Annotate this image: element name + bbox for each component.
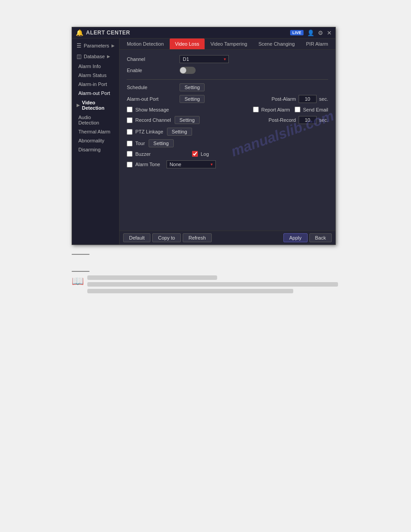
refresh-button[interactable]: Refresh (183, 233, 212, 242)
sidebar-item-video-detection[interactable]: ▶ Video Detection (72, 98, 119, 113)
sidebar-label-video-detection: Video Detection (82, 100, 115, 111)
tour-button[interactable]: Setting (149, 139, 174, 147)
note-section: 📖 (72, 275, 336, 296)
sidebar-item-database[interactable]: ◫ Database ▶ (72, 51, 119, 62)
sidebar-label-alarm-out-port: Alarm-out Port (78, 90, 110, 96)
sidebar-label-disarming: Disarming (78, 147, 101, 152)
alarm-tone-checkbox[interactable] (127, 162, 133, 167)
below-content: 📖 (72, 245, 336, 296)
ptz-linkage-row: PTZ Linkage Setting (127, 128, 328, 136)
tour-row: Tour Setting (127, 139, 328, 147)
show-message-label: Show Message (135, 107, 169, 112)
sidebar-item-disarming[interactable]: Disarming (72, 145, 119, 154)
sidebar: ☰ Parameters ▶ ◫ Database ▶ Alarm Info (72, 39, 120, 245)
log-checkbox[interactable] (192, 151, 198, 157)
tab-scene-changing[interactable]: Scene Changing (253, 39, 300, 49)
content-area: Channel D1 Enable (120, 50, 335, 231)
sidebar-item-parameters[interactable]: ☰ Parameters ▶ (72, 40, 119, 51)
record-channel-group: Record Channel (127, 117, 171, 123)
post-record-input[interactable] (299, 116, 317, 124)
copy-to-button[interactable]: Copy to (152, 233, 181, 242)
post-alarm-unit: sec. (319, 96, 328, 102)
content-spacer (127, 172, 328, 225)
post-record-unit: sec. (319, 117, 328, 123)
bell-icon: 🔔 (76, 29, 83, 36)
enable-row: Enable (127, 67, 328, 74)
title-bar-left: 🔔 ALERT CENTER (76, 29, 130, 36)
settings-icon[interactable]: ⚙ (318, 30, 323, 36)
post-alarm-input[interactable] (299, 95, 317, 103)
record-channel-checkbox[interactable] (127, 117, 133, 123)
tab-motion-detection[interactable]: Motion Detection (121, 39, 169, 49)
record-channel-right: Post-Record sec. (269, 116, 328, 124)
alarm-out-port-label: Alarm-out Port (127, 96, 176, 102)
live-badge: LIVE (290, 30, 304, 35)
report-alarm-checkbox[interactable] (253, 107, 259, 112)
sidebar-label-alarm-info: Alarm Info (78, 64, 101, 69)
record-channel-left: Record Channel Setting (127, 116, 264, 124)
tab-bar: Motion Detection Video Loss Video Tamper… (120, 39, 335, 50)
tab-video-loss[interactable]: Video Loss (170, 39, 205, 49)
show-message-group: Show Message (127, 107, 169, 112)
show-message-checkbox[interactable] (127, 107, 133, 112)
buzzer-group: Buzzer (127, 151, 185, 157)
back-button[interactable]: Back (309, 233, 332, 242)
channel-select-wrapper: D1 (180, 55, 229, 63)
send-email-checkbox[interactable] (295, 107, 300, 112)
database-icon: ◫ (77, 53, 81, 60)
sidebar-label-thermal-alarm: Thermal Alarm (78, 129, 111, 134)
tour-checkbox[interactable] (127, 141, 133, 146)
ptz-linkage-button[interactable]: Setting (167, 128, 192, 136)
alarm-tone-select-wrapper: None Tone1 Tone2 (167, 160, 216, 168)
alarm-tone-select[interactable]: None Tone1 Tone2 (167, 160, 216, 168)
footer-left: Default Copy to Refresh (123, 233, 211, 242)
footer: Default Copy to Refresh Apply Back (120, 231, 335, 245)
schedule-setting-button[interactable]: Setting (180, 83, 205, 91)
sidebar-item-thermal-alarm[interactable]: Thermal Alarm (72, 127, 119, 136)
arrow-icon-parameters: ▶ (111, 43, 115, 48)
post-alarm-label: Post-Alarm (271, 96, 295, 102)
report-alarm-group: Report Alarm (253, 107, 290, 112)
alarm-tone-row: Alarm Tone None Tone1 Tone2 (127, 160, 328, 168)
buzzer-label: Buzzer (135, 151, 150, 157)
sidebar-item-alarm-in-port[interactable]: Alarm-in Port (72, 80, 119, 89)
tour-label: Tour (135, 141, 145, 146)
default-button[interactable]: Default (123, 233, 150, 242)
sidebar-item-alarm-status[interactable]: Alarm Status (72, 71, 119, 80)
app-body: ☰ Parameters ▶ ◫ Database ▶ Alarm Info (72, 39, 335, 245)
parameters-icon: ☰ (77, 43, 81, 49)
arrow-icon-database: ▶ (107, 54, 110, 59)
sidebar-item-alarm-out-port[interactable]: Alarm-out Port (72, 89, 119, 98)
tab-video-tampering[interactable]: Video Tampering (205, 39, 253, 49)
sidebar-item-audio-detection[interactable]: Audio Detection (72, 113, 119, 127)
schedule-row: Schedule Setting (127, 83, 328, 91)
buzzer-checkbox[interactable] (127, 151, 133, 157)
sidebar-label-audio-detection: Audio Detection (78, 115, 99, 125)
channel-label: Channel (127, 56, 176, 62)
user-icon[interactable]: 👤 (307, 30, 314, 36)
record-channel-label: Record Channel (135, 117, 171, 123)
report-alarm-col: Report Alarm (253, 107, 290, 112)
channel-select[interactable]: D1 (180, 55, 229, 63)
sidebar-label-abnormality: Abnormality (78, 138, 104, 143)
message-alarm-email-row: Show Message Report Alarm (127, 107, 328, 112)
channel-row: Channel D1 (127, 55, 328, 63)
expand-icon-video: ▶ (77, 103, 80, 107)
alarm-out-port-button[interactable]: Setting (180, 95, 205, 103)
log-label: Log (201, 151, 209, 157)
divider-1 (127, 79, 328, 80)
tab-pir-alarm[interactable]: PIR Alarm (300, 39, 334, 49)
sidebar-item-alarm-info[interactable]: Alarm Info (72, 62, 119, 71)
record-channel-button[interactable]: Setting (175, 116, 200, 124)
text-line-3 (87, 289, 293, 293)
ptz-linkage-checkbox[interactable] (127, 129, 133, 135)
ptz-linkage-label: PTZ Linkage (135, 129, 163, 134)
apply-button[interactable]: Apply (283, 233, 308, 242)
alarm-out-port-row: Alarm-out Port Setting Post-Alarm sec. (127, 95, 328, 103)
close-icon[interactable]: ✕ (327, 30, 332, 36)
sidebar-label-database: Database (84, 54, 105, 59)
ptz-linkage-group: PTZ Linkage (127, 129, 163, 135)
sidebar-label-parameters: Parameters (84, 43, 109, 48)
sidebar-item-abnormality[interactable]: Abnormality (72, 136, 119, 145)
enable-toggle[interactable] (180, 67, 196, 74)
